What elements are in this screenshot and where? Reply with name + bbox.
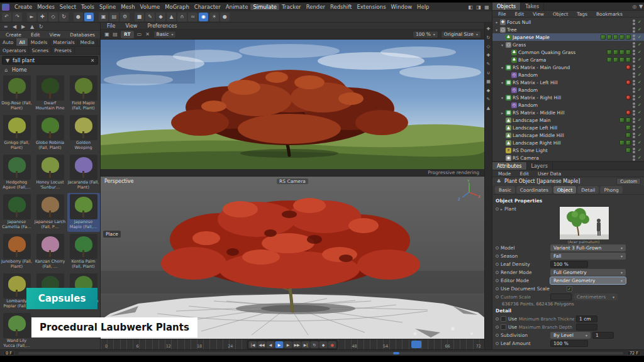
redshift-tag-icon[interactable] bbox=[626, 65, 631, 70]
material-chip[interactable] bbox=[607, 57, 612, 62]
material-chip[interactable] bbox=[601, 35, 606, 40]
visibility-dots[interactable] bbox=[633, 72, 635, 78]
enabled-check-icon[interactable]: ✓ bbox=[637, 118, 642, 123]
home-icon[interactable]: ⌂ bbox=[3, 67, 9, 73]
scale-icon[interactable]: ◇ bbox=[48, 13, 58, 21]
size-dropdown[interactable]: Original Size bbox=[441, 31, 481, 38]
menu-simulate[interactable]: Simulate bbox=[250, 4, 279, 10]
enabled-check-icon[interactable]: ✓ bbox=[637, 102, 642, 107]
visibility-dots[interactable] bbox=[633, 65, 635, 70]
deformer-icon[interactable]: ∩ bbox=[177, 13, 187, 21]
poly-icon[interactable]: ▲ bbox=[486, 106, 491, 111]
menu-icon[interactable]: ≡ bbox=[3, 24, 9, 30]
leaf-density-field[interactable]: 100 % bbox=[550, 261, 588, 268]
clear-search-icon[interactable]: ✕ bbox=[89, 58, 96, 63]
rv-menu-preferences[interactable]: Preferences bbox=[145, 23, 179, 29]
ab-tab-media[interactable]: Media bbox=[78, 38, 98, 46]
material-chip[interactable] bbox=[626, 50, 631, 55]
coord-system-icon[interactable]: ▦ bbox=[84, 13, 94, 21]
camera-icon[interactable]: ◉ bbox=[199, 13, 208, 21]
asset-item[interactable]: Ginkgo (Fall, Plant) bbox=[1, 114, 33, 153]
material-icon[interactable]: ● bbox=[220, 13, 230, 21]
snap-icon[interactable]: ◆ bbox=[486, 88, 491, 93]
rotate-icon[interactable]: ↻ bbox=[486, 35, 491, 40]
jump-end-button[interactable]: ▶| bbox=[302, 341, 310, 348]
visibility-dots[interactable] bbox=[633, 155, 635, 161]
current-frame-marker[interactable] bbox=[411, 341, 421, 348]
menu-character[interactable]: Character bbox=[192, 4, 223, 10]
forward-icon[interactable]: ▶ bbox=[20, 24, 26, 30]
asset-item[interactable]: Japanese Maple (Fall,… bbox=[67, 193, 100, 232]
obj-menu-bookmarks[interactable]: Bookmarks bbox=[594, 11, 625, 17]
axis-gizmo[interactable]: X Y Z bbox=[457, 179, 482, 202]
visibility-dots[interactable] bbox=[633, 102, 635, 108]
object-tree-row[interactable]: ▾▦RS Matrix - Main Ground✓ bbox=[492, 63, 644, 71]
undo-icon[interactable]: ↶ bbox=[2, 13, 11, 21]
redo-icon[interactable]: ↷ bbox=[13, 13, 22, 21]
step-back-button[interactable]: ◀ bbox=[267, 341, 275, 348]
anim-dot[interactable] bbox=[496, 255, 499, 258]
abort-icon[interactable]: ✕ bbox=[145, 31, 151, 37]
object-tree-row[interactable]: ♣Blue Grama✓ bbox=[492, 56, 644, 63]
tab-attributes[interactable]: Attributes bbox=[492, 162, 527, 170]
asset-item[interactable]: Honey Locust 'Sunbur… bbox=[34, 153, 67, 192]
menu-tools[interactable]: Tools bbox=[79, 4, 97, 10]
enabled-check-icon[interactable]: ✓ bbox=[637, 72, 642, 77]
material-chip[interactable] bbox=[626, 125, 631, 130]
material-chip[interactable] bbox=[619, 50, 625, 55]
enabled-check-icon[interactable]: ✓ bbox=[637, 87, 642, 92]
compare-icon[interactable]: ▤ bbox=[112, 31, 118, 37]
anim-dot[interactable] bbox=[496, 342, 499, 345]
brush-icon[interactable]: ✎ bbox=[486, 97, 491, 102]
expander-icon[interactable]: ▾ bbox=[500, 65, 504, 70]
enabled-check-icon[interactable]: ✓ bbox=[637, 57, 642, 62]
object-tree-row[interactable]: ▾▦RS Matrix - Left Hill✓ bbox=[492, 79, 644, 86]
prop-tab-object[interactable]: Object bbox=[553, 186, 576, 194]
plant-preview-image[interactable] bbox=[559, 206, 608, 239]
snapshot-icon[interactable]: ▣ bbox=[104, 31, 110, 37]
material-chip[interactable] bbox=[619, 57, 625, 62]
material-chip[interactable] bbox=[626, 133, 631, 138]
range-end-field[interactable]: 72 F bbox=[627, 351, 641, 356]
material-chip[interactable] bbox=[626, 148, 631, 153]
attr-menu-mode[interactable]: Mode bbox=[496, 171, 513, 177]
rv-menu-view[interactable]: View bbox=[123, 23, 140, 29]
asset-search-input[interactable] bbox=[13, 58, 87, 63]
menu-mesh[interactable]: Mesh bbox=[118, 4, 137, 10]
visibility-dots[interactable] bbox=[633, 19, 635, 25]
visibility-dots[interactable] bbox=[633, 27, 635, 33]
tab-layers[interactable]: Layers bbox=[527, 162, 553, 170]
visibility-dots[interactable] bbox=[633, 133, 635, 138]
visibility-dots[interactable] bbox=[633, 148, 635, 153]
expander-icon[interactable]: ▾ bbox=[500, 96, 504, 100]
object-tree-row[interactable]: ◇Random✓ bbox=[492, 86, 644, 94]
axis-icon[interactable]: ✚ bbox=[486, 53, 491, 58]
material-chip[interactable] bbox=[619, 118, 625, 123]
visibility-dots[interactable] bbox=[633, 125, 635, 131]
simulate-icon[interactable]: ≈ bbox=[188, 13, 197, 21]
material-chip[interactable] bbox=[626, 118, 631, 123]
range-slider-handle[interactable] bbox=[393, 352, 399, 354]
subdivision-level-field[interactable]: 1 bbox=[592, 332, 614, 339]
object-tree-row[interactable]: ♣Common Quaking Grass✓ bbox=[492, 48, 644, 56]
attr-menu-user-data[interactable]: User Data bbox=[535, 171, 564, 177]
spline-icon[interactable]: ◆ bbox=[156, 13, 165, 21]
enabled-check-icon[interactable]: ✓ bbox=[637, 148, 642, 153]
visibility-dots[interactable] bbox=[633, 95, 635, 101]
anim-dot[interactable] bbox=[496, 334, 499, 337]
rt-button[interactable]: RT bbox=[121, 31, 134, 38]
redshift-tag-icon[interactable] bbox=[626, 95, 631, 100]
leaf-amount-field[interactable]: 100 % bbox=[550, 340, 588, 347]
tab-takes[interactable]: Takes bbox=[521, 3, 544, 10]
rv-mode-dropdown[interactable]: Basic bbox=[153, 31, 177, 38]
enabled-check-icon[interactable]: ✓ bbox=[637, 80, 642, 85]
attr-menu-edit[interactable]: Edit bbox=[517, 171, 531, 177]
material-chip[interactable] bbox=[607, 35, 612, 40]
visibility-dots[interactable] bbox=[633, 110, 635, 116]
expander-icon[interactable]: ▾ bbox=[500, 80, 504, 85]
anim-dot[interactable] bbox=[496, 279, 499, 282]
render-settings-icon[interactable]: ⚙ bbox=[120, 13, 130, 21]
viewport[interactable]: Perspective RS Camera X Y Z Place bbox=[101, 177, 484, 339]
loop-button[interactable]: ↻ bbox=[311, 341, 319, 348]
anim-dot[interactable] bbox=[496, 287, 499, 290]
